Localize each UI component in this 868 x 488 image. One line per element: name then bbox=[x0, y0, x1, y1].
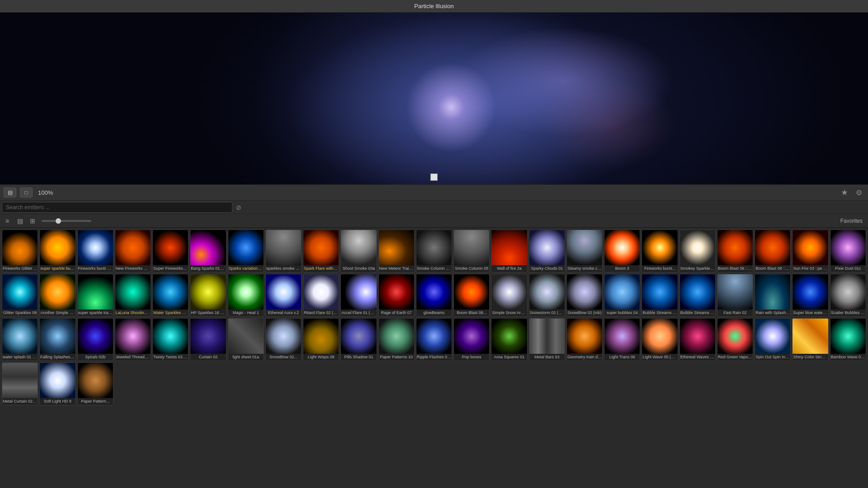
grid-item[interactable]: Pixie Dust 01c bbox=[830, 230, 866, 272]
preview-mode-button[interactable]: □ bbox=[20, 188, 33, 197]
grid-item[interactable]: New Meteor Trail 01 bbox=[378, 230, 415, 272]
emitter-thumbnail bbox=[40, 274, 75, 310]
emitter-thumbnail bbox=[755, 230, 790, 265]
grid-item[interactable]: Spirals 02b bbox=[77, 318, 113, 361]
emitter-label: Ritard Flare 02 (mb) bbox=[303, 310, 339, 316]
grid-item[interactable]: Another Simple Spar... bbox=[39, 274, 75, 317]
grid-item[interactable]: Paper Pattern... bbox=[77, 362, 113, 405]
grid-item[interactable]: Light Wisps 08 bbox=[303, 318, 339, 361]
grid-item[interactable]: Wall of fire 2a bbox=[491, 230, 527, 272]
grid-item[interactable]: HP Sparkles 16 (mb) bbox=[190, 274, 226, 317]
grid-item[interactable]: Ethereal Aura v.2 bbox=[265, 274, 302, 317]
grid-item[interactable]: Rain with Splashes S... bbox=[755, 274, 791, 317]
grid-item[interactable]: Sparky Clouds 01 bbox=[529, 230, 565, 272]
grid-item[interactable]: Magic - Heal 1 bbox=[228, 274, 264, 317]
grid-item[interactable]: Smokey Sparkle Bur... bbox=[679, 230, 716, 272]
grid-item[interactable]: New Fireworks Burst... bbox=[115, 230, 151, 272]
grid-item[interactable]: Metal Bars 03 bbox=[529, 318, 565, 361]
grid-item[interactable]: Pills Shadow 01 bbox=[340, 318, 377, 361]
search-input[interactable] bbox=[2, 202, 232, 213]
slider-thumb[interactable] bbox=[56, 218, 61, 224]
detail-view-button[interactable]: ▤ bbox=[14, 216, 25, 226]
grid-item[interactable]: Fireworks Glitter con... bbox=[2, 230, 38, 272]
grid-item[interactable]: super sparkle trail 02 bbox=[77, 274, 113, 317]
grid-item[interactable]: LaLuna Shooting Sta... bbox=[115, 274, 151, 317]
grid-item[interactable]: Smoke Column 04a bbox=[416, 230, 452, 272]
grid-item[interactable]: Glitter Sparkles 08 bbox=[2, 274, 38, 317]
grid-item[interactable]: sparkles smoke 10a (m... bbox=[265, 230, 302, 272]
grid-item[interactable]: Super blue water 02a bbox=[792, 274, 828, 317]
grid-item[interactable]: Bubble Streams Are... bbox=[642, 274, 678, 317]
grid-item[interactable]: Geometry train disc... bbox=[566, 318, 603, 361]
emitter-label: Jeweled Threads 01 bbox=[115, 354, 151, 361]
grid-item[interactable]: Ripple Flashes 02 (m... bbox=[416, 318, 452, 361]
grid-item[interactable]: Bang Sparks 01a (mb) bbox=[190, 230, 226, 272]
grid-item[interactable]: Area Squares 01 bbox=[491, 318, 527, 361]
grid-item[interactable]: Ritard Flare 02 (mb) bbox=[303, 274, 339, 317]
grid-item[interactable]: super sparkle burst 02 bbox=[39, 230, 75, 272]
grid-item[interactable]: Ethereal Waves ::pe... bbox=[679, 318, 716, 361]
grid-item[interactable]: Fireworks burst 06a... bbox=[77, 230, 113, 272]
grid-item[interactable]: Red Green Vapor Sq... bbox=[717, 318, 753, 361]
emitter-thumbnail bbox=[379, 274, 414, 310]
grid-item[interactable]: Boom Blast 08... bbox=[453, 274, 490, 317]
emitter-thumbnail bbox=[717, 319, 753, 354]
grid-item[interactable]: SnowBlow 02 (mb) bbox=[566, 274, 603, 317]
grid-item[interactable]: Super Fireworks Par... bbox=[152, 230, 189, 272]
grid-item[interactable]: super bubbles 04 bbox=[604, 274, 640, 317]
grid-item[interactable]: Fireworks burst... bbox=[642, 230, 678, 272]
grid-item[interactable]: Sparks variations 05... bbox=[228, 230, 264, 272]
grid-item[interactable]: Pop boxes bbox=[453, 318, 490, 361]
grid-item[interactable]: Fast Rain 02 bbox=[717, 274, 753, 317]
grid-item[interactable]: Accel Flare 01 (mb?) bbox=[340, 274, 377, 317]
grid-item[interactable]: Spin Out Spin In ::p... bbox=[755, 318, 791, 361]
grid-item[interactable]: light sheet 01a bbox=[228, 318, 264, 361]
grid-item[interactable]: Light Wave 05 (mb+) bbox=[642, 318, 678, 361]
grid-item[interactable]: Sun Fire 03 ::pe PR... bbox=[792, 230, 828, 272]
list-view-button[interactable]: ≡ bbox=[2, 216, 13, 226]
emitter-label: Light Trans 06 bbox=[604, 354, 640, 361]
grid-item[interactable]: Bubble Streams Are... bbox=[679, 274, 716, 317]
emitter-label: Fireworks burst 06a... bbox=[78, 265, 113, 272]
grid-item[interactable]: Jeweled Threads 01 bbox=[115, 318, 151, 361]
emitters-grid[interactable]: Fireworks Glitter con...super sparkle bu… bbox=[0, 228, 868, 488]
grid-item[interactable]: Light Trans 06 bbox=[604, 318, 640, 361]
view-controls: ≡ ▤ ⊞ Favorites bbox=[0, 214, 868, 228]
grid-view-button[interactable]: ⊞ bbox=[27, 216, 38, 226]
clear-search-button[interactable]: ⊘ bbox=[234, 203, 243, 212]
preview-position-indicator[interactable] bbox=[430, 174, 438, 181]
favorites-label[interactable]: Favorites bbox=[840, 218, 866, 224]
grid-item[interactable]: glowBeams bbox=[416, 274, 452, 317]
grid-item[interactable]: Snowstorm 02 (mb) bbox=[529, 274, 565, 317]
grid-item[interactable]: Curtain 02 bbox=[190, 318, 226, 361]
favorites-star-button[interactable]: ★ bbox=[839, 187, 850, 198]
grid-item[interactable]: Water Sparkles Com... bbox=[152, 274, 189, 317]
grid-item[interactable]: Scatter Bubbles 01 (... bbox=[830, 274, 866, 317]
grid-item[interactable]: Smoke Column 05 bbox=[453, 230, 490, 272]
emitter-label: Fireworks burst... bbox=[642, 265, 677, 272]
grid-item[interactable]: Boom Blast 08 ::pe P... bbox=[755, 230, 791, 272]
settings-button[interactable]: ⚙ bbox=[854, 187, 864, 198]
emitter-thumbnail bbox=[228, 319, 264, 354]
grid-item[interactable]: Shiny Color Stripes ... bbox=[792, 318, 828, 361]
grid-item[interactable]: Boom Blast 06 ::pe P... bbox=[717, 230, 753, 272]
emitter-thumbnail bbox=[266, 274, 301, 310]
emitter-thumbnail bbox=[341, 230, 376, 265]
grid-item[interactable]: Bamboo Wave 05 ... bbox=[830, 318, 866, 361]
grid-item[interactable]: Shoot Smoke 03a bbox=[340, 230, 377, 272]
thumbnail-size-slider[interactable] bbox=[42, 220, 91, 222]
emitter-thumbnail bbox=[567, 230, 602, 265]
grid-item[interactable]: Paper Patterns 10 bbox=[378, 318, 415, 361]
grid-item[interactable]: Metal Curtain 02 ::p... bbox=[2, 362, 38, 405]
grid-item[interactable]: Steamy smoke colu... bbox=[566, 230, 603, 272]
grid-item[interactable]: Boom 3 bbox=[604, 230, 640, 272]
grid-item[interactable]: Rage of Earth 07 bbox=[378, 274, 415, 317]
grid-item[interactable]: SnowBlow 02... bbox=[265, 318, 302, 361]
grid-item[interactable]: Spark Flare with Sim... bbox=[303, 230, 339, 272]
grid-item[interactable]: Falling Splashes Wall... bbox=[39, 318, 75, 361]
grid-item[interactable]: Soft Light HD II bbox=[39, 362, 75, 405]
grid-item[interactable]: water splash 01 (mb) bbox=[2, 318, 38, 361]
film-strip-button[interactable]: ▤ bbox=[4, 188, 16, 197]
grid-item[interactable]: Twisty Twists 02 (mb) bbox=[152, 318, 189, 361]
grid-item[interactable]: Simple Snow Area 02 bbox=[491, 274, 527, 317]
